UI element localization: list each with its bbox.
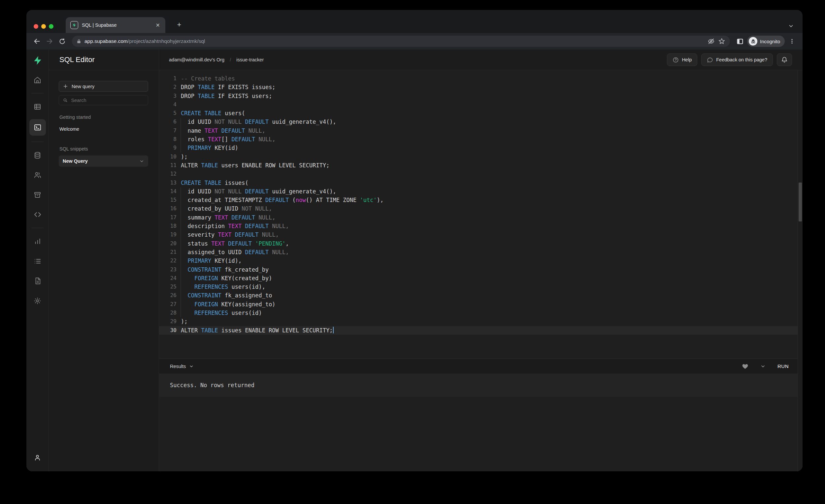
indent-guide: [180, 187, 181, 317]
code-line: 17 summary TEXT DEFAULT NULL,: [159, 213, 803, 222]
rail-settings-gear-icon[interactable]: [30, 293, 45, 308]
url-path: /project/azahtnhqohyjerzaxtmk/sql: [128, 38, 205, 44]
rail-edge-functions-icon[interactable]: [30, 207, 45, 222]
code-line: 28 REFERENCES users(id): [159, 309, 803, 317]
browser-tab-active[interactable]: SQL | Supabase ✕: [66, 17, 165, 33]
incognito-icon: [749, 37, 757, 46]
tab-search-chevron-icon[interactable]: [788, 23, 794, 29]
code-line: 5CREATE TABLE users(: [159, 109, 803, 118]
run-button[interactable]: RUN: [777, 363, 789, 369]
run-options-chevron-icon[interactable]: [760, 364, 766, 369]
code-line: 4: [159, 100, 803, 109]
code-line: 9 PRIMARY KEY(id): [159, 144, 803, 152]
text-cursor: [333, 327, 333, 333]
code-line: 8 roles TEXT[] DEFAULT NULL,: [159, 135, 803, 144]
url-bar[interactable]: app.supabase.com/project/azahtnhqohyjerz…: [72, 35, 730, 47]
breadcrumb-project[interactable]: issue-tracker: [236, 57, 264, 62]
code-line: 30ALTER TABLE issues ENABLE ROW LEVEL SE…: [159, 326, 803, 335]
browser-window: SQL | Supabase ✕ + app.supabase.com/proj…: [26, 10, 803, 471]
code-line: 18 description TEXT DEFAULT NULL,: [159, 222, 803, 230]
sidebar-item-welcome[interactable]: Welcome: [59, 126, 148, 132]
close-window-button[interactable]: [34, 24, 38, 29]
rail-reports-icon[interactable]: [30, 234, 45, 248]
code-line: 21 assigned_to UUID DEFAULT NULL,: [159, 248, 803, 257]
code-line: 10);: [159, 152, 803, 161]
url-text: app.supabase.com/project/azahtnhqohyjerz…: [84, 38, 205, 44]
url-domain: app.supabase.com: [84, 38, 128, 44]
back-button[interactable]: [32, 36, 42, 47]
browser-toolbar: app.supabase.com/project/azahtnhqohyjerz…: [26, 33, 803, 50]
code-line: 27 FOREIGN KEY(assigned_to): [159, 300, 803, 309]
code-line: 14 id UUID NOT NULL DEFAULT uuid_generat…: [159, 187, 803, 196]
incognito-label: Incognito: [760, 39, 780, 44]
rail-table-editor-icon[interactable]: [30, 99, 45, 114]
code-line: 23 CONSTRAINT fk_created_by: [159, 265, 803, 274]
code-line: 22 PRIMARY KEY(id),: [159, 257, 803, 265]
indent-guide: [180, 118, 181, 152]
rail-sql-editor-icon[interactable]: [29, 119, 46, 136]
new-query-button-label: New query: [72, 84, 94, 89]
rail-account-icon[interactable]: [30, 450, 45, 465]
sql-editor-sidebar: New query Getting started Welcome SQL sn…: [49, 70, 159, 471]
code-line: 13CREATE TABLE issues(: [159, 178, 803, 187]
results-header: Results RUN: [159, 358, 803, 374]
new-query-button[interactable]: New query: [59, 81, 148, 92]
eye-off-icon[interactable]: [707, 38, 715, 45]
forward-button[interactable]: [44, 36, 55, 47]
feedback-button[interactable]: Feedback on this page?: [701, 54, 773, 66]
rail-home-icon[interactable]: [30, 73, 45, 87]
new-tab-button[interactable]: +: [174, 20, 184, 30]
results-tab[interactable]: Results: [170, 364, 194, 369]
sql-code-editor[interactable]: 1-- Create tables2DROP TABLE IF EXISTS i…: [159, 70, 803, 358]
help-button[interactable]: Help: [667, 54, 697, 66]
search-box[interactable]: [59, 95, 148, 105]
chevron-down-icon[interactable]: [139, 159, 144, 164]
rail-auth-users-icon[interactable]: [30, 168, 45, 182]
window-controls: [34, 24, 54, 29]
question-circle-icon: [673, 57, 679, 63]
rail-logs-icon[interactable]: [30, 254, 45, 268]
rail-docs-icon[interactable]: [30, 274, 45, 288]
chevron-down-icon: [189, 364, 194, 369]
header-actions: Help Feedback on this page?: [667, 54, 792, 66]
content-area: New query Getting started Welcome SQL sn…: [49, 70, 803, 471]
breadcrumb-org[interactable]: adam@windmill.dev's Org: [169, 57, 224, 62]
sidebar-item-new-query-selected[interactable]: New Query: [59, 155, 148, 167]
results-label: Results: [170, 364, 186, 369]
feedback-label: Feedback on this page?: [716, 57, 767, 62]
search-input[interactable]: [71, 98, 144, 103]
speech-bubble-icon: [707, 57, 713, 63]
supabase-logo[interactable]: [33, 56, 43, 65]
query-result-message: Success. No rows returned: [159, 374, 803, 397]
reload-button[interactable]: [57, 36, 67, 47]
side-panel-icon[interactable]: [735, 36, 745, 47]
tab-strip: SQL | Supabase ✕ +: [26, 10, 803, 33]
code-line: 1-- Create tables: [159, 74, 803, 83]
app-header: SQL Editor adam@windmill.dev's Org / iss…: [49, 50, 803, 70]
results-empty-area: [159, 397, 803, 471]
bookmark-star-icon[interactable]: [718, 38, 725, 45]
code-line: 26 CONSTRAINT fk_assigned_to: [159, 291, 803, 300]
rail-storage-icon[interactable]: [30, 188, 45, 202]
browser-menu-icon[interactable]: [787, 36, 797, 47]
notifications-button[interactable]: [777, 54, 792, 66]
help-label: Help: [682, 57, 692, 62]
code-line: 6 id UUID NOT NULL DEFAULT uuid_generate…: [159, 118, 803, 126]
code-line: 15 created_at TIMESTAMPTZ DEFAULT (now()…: [159, 196, 803, 204]
rail-database-icon[interactable]: [30, 148, 45, 162]
section-sql-snippets: SQL snippets: [59, 146, 148, 151]
lock-icon: [77, 39, 81, 44]
search-icon: [63, 98, 68, 103]
tab-close-icon[interactable]: ✕: [154, 21, 161, 29]
code-line: 12: [159, 170, 803, 178]
minimize-window-button[interactable]: [41, 24, 46, 29]
maximize-window-button[interactable]: [49, 24, 54, 29]
code-line: 3DROP TABLE IF EXISTS users;: [159, 92, 803, 100]
editor-scrollbar[interactable]: [798, 70, 803, 471]
nav-rail: [26, 50, 49, 471]
favorite-heart-icon[interactable]: [742, 363, 748, 370]
app-header-left: SQL Editor: [49, 50, 159, 70]
plus-icon: [63, 84, 68, 89]
scrollbar-thumb[interactable]: [799, 183, 802, 221]
tab-title: SQL | Supabase: [82, 22, 154, 28]
